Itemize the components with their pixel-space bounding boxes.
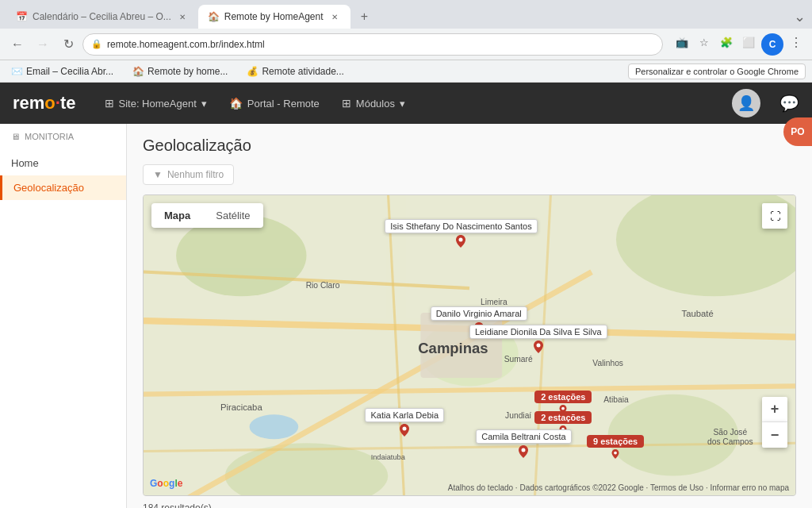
results-count: 184 resultado(s) [143, 502, 796, 508]
tab-1-close[interactable]: ✕ [176, 10, 189, 23]
bookmark-atividade[interactable]: 💰 Remote atividade... [242, 64, 348, 79]
map-container[interactable]: Campinas Piracicaba Taubaté São José dos… [143, 194, 796, 496]
filter-button[interactable]: ▼ Nenhum filtro [143, 164, 234, 185]
tab-1-favicon: 📅 [16, 11, 28, 22]
marker-katia[interactable]: Katia Karla Debia [365, 408, 444, 437]
svg-point-30 [536, 343, 540, 347]
marker-katia-pin [400, 424, 409, 437]
svg-point-31 [403, 427, 407, 431]
cluster-2a-label: 2 estações [534, 391, 592, 403]
map-fullscreen-button[interactable]: ⛶ [762, 203, 787, 229]
zoom-in-button[interactable]: + [762, 397, 787, 422]
sidebar-item-geolocalizacao[interactable]: Geolocalização [0, 175, 126, 200]
tab-2-label: Remote by HomeAgent [224, 11, 324, 22]
nav-site[interactable]: ⊞ Site: HomeAgent ▾ [95, 92, 216, 114]
svg-text:Limeira: Limeira [481, 298, 508, 306]
marker-camila[interactable]: Camila Beltrani Costa [476, 429, 571, 458]
cluster-2b-label: 2 estações [534, 411, 592, 424]
svg-point-28 [459, 238, 463, 242]
page-title: Geolocalização [143, 137, 796, 155]
address-bar[interactable]: 🔒 remote.homeagent.com.br/index.html [82, 33, 663, 56]
nav-modulos[interactable]: ⊞ Módulos ▾ [332, 92, 415, 114]
new-tab-button[interactable]: + [354, 6, 376, 28]
sidebar-section-label: 🖥 Monitoria [11, 132, 115, 141]
bookmark-remote-label: Remote by home... [147, 66, 228, 77]
home-icon: 🏠 [229, 97, 243, 110]
marker-katia-label: Katia Karla Debia [365, 408, 444, 422]
grid-icon: ⊞ [105, 97, 114, 110]
svg-text:dos Campos: dos Campos [707, 437, 753, 446]
marker-isis-label: Isis Sthefany Do Nascimento Santos [385, 219, 538, 233]
personalize-button[interactable]: Personalizar e controlar o Google Chrome [628, 64, 806, 79]
svg-point-35 [614, 452, 617, 455]
marker-isis[interactable]: Isis Sthefany Do Nascimento Santos [385, 219, 538, 248]
map-attribution: Atalhos do teclado · Dados cartográficos… [448, 483, 789, 492]
marker-leidiane[interactable]: Leidiane Dionila Da Silva E Silva [469, 325, 607, 353]
home-nav-label: Home [11, 157, 39, 169]
map-type-mapa[interactable]: Mapa [151, 203, 203, 228]
tab-2-favicon: 🏠 [208, 11, 220, 22]
extensions-icon[interactable]: 🧩 [717, 33, 736, 52]
back-button[interactable]: ← [6, 33, 29, 56]
main-layout: 🖥 Monitoria Home Geolocalização Geolocal… [0, 124, 812, 508]
tab-1[interactable]: 📅 Calendário – Cecilia Abreu – O... ✕ [6, 5, 198, 29]
nav-site-label: Site: HomeAgent [119, 98, 197, 110]
marker-isis-pin [456, 235, 465, 248]
filter-label: Nenhum filtro [167, 169, 224, 180]
chat-button[interactable]: 💬 [779, 94, 799, 113]
svg-text:Itu: Itu [221, 494, 229, 495]
fullscreen-icon: ⛶ [770, 210, 780, 222]
browser-controls: ← → ↻ 🔒 remote.homeagent.com.br/index.ht… [0, 29, 812, 60]
app-logo: remo·te [13, 93, 76, 114]
map-type-satelite[interactable]: Satélite [203, 203, 262, 228]
reload-button[interactable]: ↻ [57, 33, 79, 56]
geo-nav-label: Geolocalização [13, 182, 84, 194]
nav-portal-label: Portal - Remote [247, 98, 320, 110]
tab-2[interactable]: 🏠 Remote by HomeAgent ✕ [198, 5, 350, 29]
bookmark-email[interactable]: ✉️ Email – Cecilia Abr... [6, 64, 118, 79]
google-logo: Google [150, 478, 182, 489]
nav-modulos-chevron: ▾ [400, 98, 405, 110]
section-label-text: Monitoria [25, 132, 74, 141]
monitor-icon: 🖥 [11, 132, 20, 141]
marker-leidiane-label: Leidiane Dionila Da Silva E Silva [469, 325, 607, 339]
bookmark-icon[interactable]: ☆ [695, 33, 714, 52]
filter-icon: ▼ [153, 169, 163, 180]
nav-modulos-label: Módulos [356, 98, 395, 110]
svg-point-34 [522, 448, 526, 452]
marker-danilo-label: Danilo Virginio Amaral [431, 306, 527, 321]
menu-dots-icon[interactable]: ⋮ [787, 33, 806, 52]
logo-text: remo·te [13, 93, 76, 114]
lock-icon: 🔒 [91, 39, 102, 49]
sidebar-section-monitoria: 🖥 Monitoria [0, 124, 126, 151]
app-wrapper: remo·te ⊞ Site: HomeAgent ▾ 🏠 Portal - R… [0, 83, 812, 508]
bookmark-remote[interactable]: 🏠 Remote by home... [128, 64, 232, 79]
svg-point-6 [250, 414, 299, 439]
profile-button[interactable]: C [761, 33, 783, 56]
tab-search-icon[interactable]: ⬜ [739, 33, 758, 52]
forward-button[interactable]: → [32, 33, 54, 56]
bookmark-atividade-icon: 💰 [247, 66, 259, 77]
marker-camila-pin [519, 445, 528, 458]
po-badge[interactable]: PO [783, 117, 812, 146]
window-menu-button[interactable]: ⌄ [794, 8, 806, 25]
tab-2-close[interactable]: ✕ [328, 10, 341, 23]
svg-text:Atibaia: Atibaia [603, 395, 629, 404]
user-avatar[interactable]: 👤 [732, 89, 760, 117]
nav-portal[interactable]: 🏠 Portal - Remote [220, 92, 329, 114]
svg-text:Taubaté: Taubaté [682, 309, 714, 318]
cluster-9-pin [611, 449, 619, 459]
svg-text:Rio Claro: Rio Claro [306, 281, 340, 290]
zoom-out-button[interactable]: − [762, 422, 787, 448]
sidebar-item-home[interactable]: Home [0, 151, 126, 175]
marker-cluster-9[interactable]: 9 estações [587, 435, 644, 459]
header-nav: ⊞ Site: HomeAgent ▾ 🏠 Portal - Remote ⊞ … [95, 92, 714, 114]
nav-site-chevron: ▾ [201, 98, 207, 110]
bookmarks-bar: ✉️ Email – Cecilia Abr... 🏠 Remote by ho… [0, 60, 812, 83]
cast-icon[interactable]: 📺 [672, 33, 691, 52]
bookmark-email-label: Email – Cecilia Abr... [26, 66, 113, 77]
marker-leidiane-pin [534, 341, 543, 353]
svg-text:Jundiaí: Jundiaí [505, 411, 531, 420]
map-zoom-controls: + − [762, 397, 787, 448]
content-area: Geolocalização ▼ Nenhum filtro [127, 124, 812, 508]
